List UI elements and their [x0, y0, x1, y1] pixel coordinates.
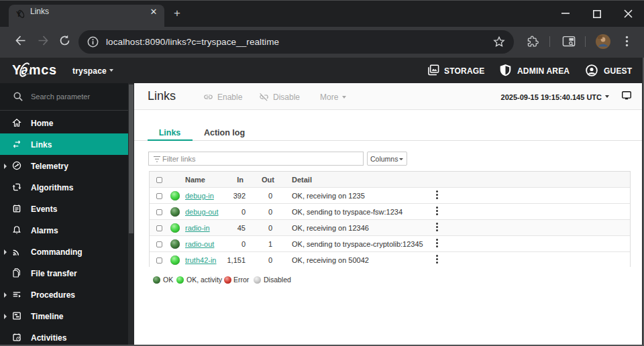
svg-text:Yamcs: Yamcs	[12, 62, 57, 77]
